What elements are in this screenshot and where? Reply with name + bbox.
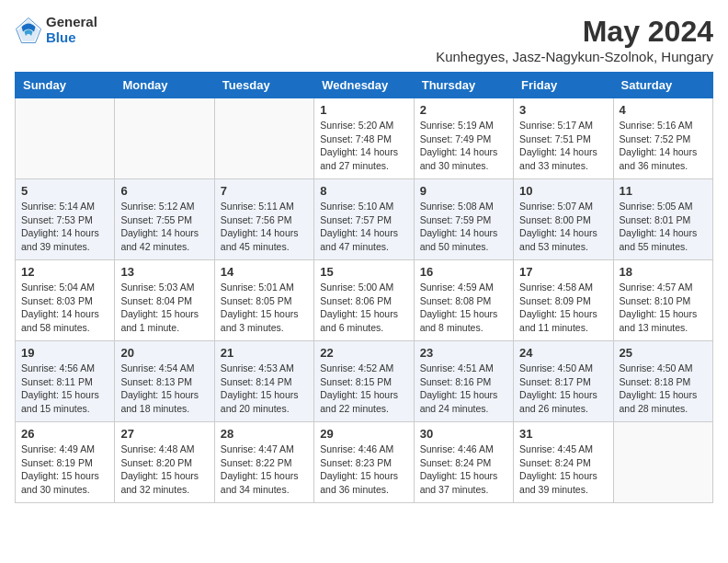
day-number: 23 — [420, 346, 507, 360]
calendar-cell — [214, 98, 313, 179]
calendar-week-row: 1Sunrise: 5:20 AM Sunset: 7:48 PM Daylig… — [16, 98, 713, 179]
calendar-cell: 17Sunrise: 4:58 AM Sunset: 8:09 PM Dayli… — [514, 260, 613, 341]
day-number: 8 — [320, 184, 407, 198]
day-info: Sunrise: 4:46 AM Sunset: 8:24 PM Dayligh… — [420, 442, 507, 497]
calendar-week-row: 26Sunrise: 4:49 AM Sunset: 8:19 PM Dayli… — [16, 422, 713, 503]
calendar-day-header: Thursday — [414, 73, 513, 98]
location-title: Kunhegyes, Jasz-Nagykun-Szolnok, Hungary — [436, 49, 713, 64]
day-number: 7 — [221, 184, 308, 198]
day-number: 18 — [620, 265, 707, 279]
day-info: Sunrise: 4:54 AM Sunset: 8:13 PM Dayligh… — [120, 362, 208, 416]
day-number: 10 — [519, 184, 607, 198]
day-number: 13 — [120, 265, 208, 279]
calendar-cell: 31Sunrise: 4:45 AM Sunset: 8:24 PM Dayli… — [514, 422, 613, 503]
calendar-cell: 8Sunrise: 5:10 AM Sunset: 7:57 PM Daylig… — [314, 179, 414, 260]
day-info: Sunrise: 5:01 AM Sunset: 8:05 PM Dayligh… — [221, 281, 308, 335]
day-info: Sunrise: 4:58 AM Sunset: 8:09 PM Dayligh… — [519, 281, 607, 335]
day-number: 16 — [420, 265, 507, 279]
calendar-week-row: 19Sunrise: 4:56 AM Sunset: 8:11 PM Dayli… — [16, 341, 713, 422]
calendar-cell: 30Sunrise: 4:46 AM Sunset: 8:24 PM Dayli… — [414, 422, 513, 503]
calendar-cell: 5Sunrise: 5:14 AM Sunset: 7:53 PM Daylig… — [16, 179, 115, 260]
calendar-day-header: Wednesday — [314, 73, 414, 98]
day-number: 22 — [320, 346, 407, 360]
calendar-cell: 2Sunrise: 5:19 AM Sunset: 7:49 PM Daylig… — [414, 98, 513, 179]
calendar-cell — [16, 98, 115, 179]
calendar-cell: 26Sunrise: 4:49 AM Sunset: 8:19 PM Dayli… — [16, 422, 115, 503]
calendar-cell: 22Sunrise: 4:52 AM Sunset: 8:15 PM Dayli… — [314, 341, 414, 422]
day-info: Sunrise: 5:10 AM Sunset: 7:57 PM Dayligh… — [320, 200, 407, 254]
day-number: 14 — [221, 265, 308, 279]
logo-blue-text: Blue — [46, 30, 97, 46]
day-info: Sunrise: 4:53 AM Sunset: 8:14 PM Dayligh… — [221, 362, 308, 416]
day-info: Sunrise: 4:52 AM Sunset: 8:15 PM Dayligh… — [320, 362, 407, 416]
calendar-cell: 21Sunrise: 4:53 AM Sunset: 8:14 PM Dayli… — [214, 341, 313, 422]
calendar-day-header: Sunday — [16, 73, 115, 98]
calendar-cell: 28Sunrise: 4:47 AM Sunset: 8:22 PM Dayli… — [214, 422, 313, 503]
calendar-header-row: SundayMondayTuesdayWednesdayThursdayFrid… — [16, 73, 713, 98]
calendar-cell: 14Sunrise: 5:01 AM Sunset: 8:05 PM Dayli… — [214, 260, 313, 341]
day-info: Sunrise: 5:19 AM Sunset: 7:49 PM Dayligh… — [420, 119, 507, 173]
page-header: General Blue May 2024 Kunhegyes, Jasz-Na… — [15, 15, 713, 64]
day-number: 28 — [221, 427, 308, 441]
calendar-cell: 6Sunrise: 5:12 AM Sunset: 7:55 PM Daylig… — [115, 179, 214, 260]
calendar-week-row: 5Sunrise: 5:14 AM Sunset: 7:53 PM Daylig… — [16, 179, 713, 260]
day-info: Sunrise: 5:04 AM Sunset: 8:03 PM Dayligh… — [21, 281, 108, 335]
day-info: Sunrise: 4:51 AM Sunset: 8:16 PM Dayligh… — [420, 362, 507, 416]
title-section: May 2024 Kunhegyes, Jasz-Nagykun-Szolnok… — [436, 15, 713, 64]
day-info: Sunrise: 4:57 AM Sunset: 8:10 PM Dayligh… — [620, 281, 707, 335]
day-number: 20 — [120, 346, 208, 360]
day-number: 24 — [519, 346, 607, 360]
day-number: 2 — [420, 103, 507, 117]
calendar-cell: 19Sunrise: 4:56 AM Sunset: 8:11 PM Dayli… — [16, 341, 115, 422]
day-number: 17 — [519, 265, 607, 279]
day-info: Sunrise: 5:14 AM Sunset: 7:53 PM Dayligh… — [21, 200, 108, 254]
day-number: 21 — [221, 346, 308, 360]
day-number: 9 — [420, 184, 507, 198]
calendar-table: SundayMondayTuesdayWednesdayThursdayFrid… — [15, 72, 713, 503]
day-number: 1 — [320, 103, 407, 117]
calendar-day-header: Monday — [115, 73, 214, 98]
calendar-cell: 24Sunrise: 4:50 AM Sunset: 8:17 PM Dayli… — [514, 341, 613, 422]
day-info: Sunrise: 4:56 AM Sunset: 8:11 PM Dayligh… — [21, 362, 108, 416]
day-info: Sunrise: 5:11 AM Sunset: 7:56 PM Dayligh… — [221, 200, 308, 254]
calendar-cell: 9Sunrise: 5:08 AM Sunset: 7:59 PM Daylig… — [414, 179, 513, 260]
day-info: Sunrise: 4:50 AM Sunset: 8:18 PM Dayligh… — [620, 362, 707, 416]
calendar-cell: 4Sunrise: 5:16 AM Sunset: 7:52 PM Daylig… — [613, 98, 712, 179]
calendar-day-header: Friday — [514, 73, 613, 98]
day-number: 19 — [21, 346, 108, 360]
day-number: 31 — [519, 427, 607, 441]
day-number: 26 — [21, 427, 108, 441]
day-info: Sunrise: 4:45 AM Sunset: 8:24 PM Dayligh… — [519, 442, 607, 497]
calendar-cell: 25Sunrise: 4:50 AM Sunset: 8:18 PM Dayli… — [613, 341, 712, 422]
calendar-cell: 16Sunrise: 4:59 AM Sunset: 8:08 PM Dayli… — [414, 260, 513, 341]
day-number: 4 — [620, 103, 707, 117]
day-info: Sunrise: 4:50 AM Sunset: 8:17 PM Dayligh… — [519, 362, 607, 416]
day-info: Sunrise: 4:48 AM Sunset: 8:20 PM Dayligh… — [120, 442, 208, 497]
calendar-day-header: Saturday — [613, 73, 712, 98]
day-number: 25 — [620, 346, 707, 360]
day-number: 3 — [519, 103, 607, 117]
calendar-cell: 29Sunrise: 4:46 AM Sunset: 8:23 PM Dayli… — [314, 422, 414, 503]
calendar-cell: 1Sunrise: 5:20 AM Sunset: 7:48 PM Daylig… — [314, 98, 414, 179]
logo-text: General Blue — [46, 15, 97, 45]
calendar-cell — [115, 98, 214, 179]
logo-icon — [15, 17, 42, 44]
month-title: May 2024 — [436, 15, 713, 49]
calendar-cell: 27Sunrise: 4:48 AM Sunset: 8:20 PM Dayli… — [115, 422, 214, 503]
logo: General Blue — [15, 15, 97, 45]
day-info: Sunrise: 5:08 AM Sunset: 7:59 PM Dayligh… — [420, 200, 507, 254]
calendar-cell: 12Sunrise: 5:04 AM Sunset: 8:03 PM Dayli… — [16, 260, 115, 341]
day-number: 12 — [21, 265, 108, 279]
day-info: Sunrise: 5:17 AM Sunset: 7:51 PM Dayligh… — [519, 119, 607, 173]
calendar-cell: 13Sunrise: 5:03 AM Sunset: 8:04 PM Dayli… — [115, 260, 214, 341]
calendar-cell: 15Sunrise: 5:00 AM Sunset: 8:06 PM Dayli… — [314, 260, 414, 341]
calendar-cell: 10Sunrise: 5:07 AM Sunset: 8:00 PM Dayli… — [514, 179, 613, 260]
day-info: Sunrise: 4:59 AM Sunset: 8:08 PM Dayligh… — [420, 281, 507, 335]
day-info: Sunrise: 5:12 AM Sunset: 7:55 PM Dayligh… — [120, 200, 208, 254]
day-info: Sunrise: 5:05 AM Sunset: 8:01 PM Dayligh… — [620, 200, 707, 254]
day-info: Sunrise: 5:00 AM Sunset: 8:06 PM Dayligh… — [320, 281, 407, 335]
calendar-cell: 20Sunrise: 4:54 AM Sunset: 8:13 PM Dayli… — [115, 341, 214, 422]
calendar-cell: 3Sunrise: 5:17 AM Sunset: 7:51 PM Daylig… — [514, 98, 613, 179]
calendar-cell — [613, 422, 712, 503]
day-info: Sunrise: 5:03 AM Sunset: 8:04 PM Dayligh… — [120, 281, 208, 335]
